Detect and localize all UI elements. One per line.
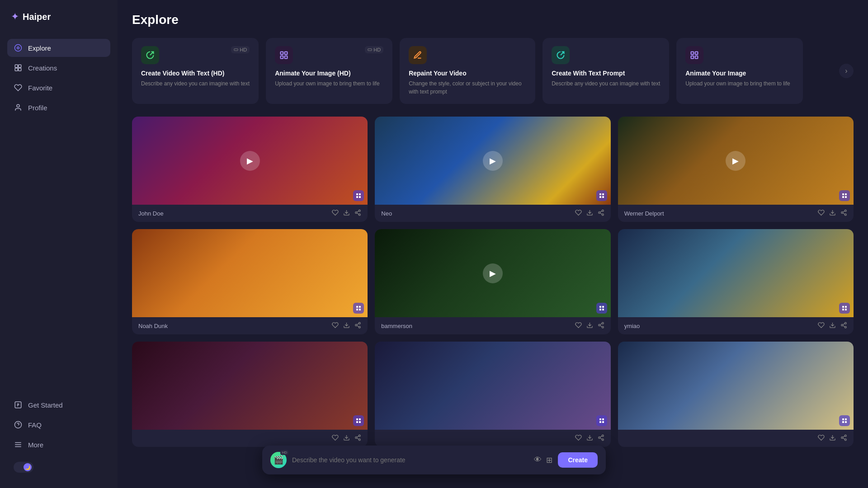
feature-card-create-video-text-hd[interactable]: HD Create Video With Text (HD) Describe …	[132, 38, 259, 104]
feature-card-animate-your-image[interactable]: Animate Your Image Upload your own image…	[676, 38, 803, 104]
share-button-v4[interactable]	[354, 322, 361, 330]
prompt-input[interactable]	[292, 456, 528, 464]
svg-rect-98	[599, 421, 601, 423]
svg-rect-48	[842, 196, 844, 198]
download-button-v1[interactable]	[343, 209, 350, 217]
sidebar-item-profile[interactable]: Profile	[7, 99, 110, 117]
settings-icon[interactable]: ⊞	[546, 455, 552, 465]
download-button-v8[interactable]	[586, 434, 593, 442]
like-button-v5[interactable]	[575, 322, 582, 330]
eye-icon[interactable]: 👁	[534, 455, 542, 465]
like-button-v1[interactable]	[332, 209, 339, 217]
svg-line-85	[843, 324, 844, 324]
svg-rect-22	[691, 52, 694, 55]
video-actions-v2	[575, 209, 604, 217]
video-card-v1[interactable]: ▶ John Doe	[132, 117, 368, 222]
video-footer-v9	[618, 430, 854, 447]
like-button-v8[interactable]	[575, 434, 582, 442]
share-button-v6[interactable]	[840, 322, 847, 330]
play-button-v5[interactable]: ▶	[483, 263, 503, 283]
grid-icon-v7	[353, 415, 364, 426]
video-card-v5[interactable]: ▶ bammerson	[375, 229, 610, 334]
sidebar-item-creations[interactable]: Creations	[7, 59, 110, 77]
share-button-v5[interactable]	[598, 322, 604, 330]
video-card-v8[interactable]	[375, 342, 610, 447]
share-button-v3[interactable]	[840, 209, 847, 217]
feature-card-repaint-video[interactable]: Repaint Your Video Change the style, col…	[400, 38, 535, 104]
svg-point-1	[17, 47, 19, 49]
sidebar-item-faq[interactable]: FAQ	[7, 416, 110, 434]
svg-rect-106	[842, 418, 844, 420]
download-button-v5[interactable]	[586, 322, 593, 330]
svg-point-31	[359, 210, 361, 211]
video-footer-v6: ymiao	[618, 317, 854, 334]
svg-rect-5	[19, 68, 21, 71]
svg-rect-36	[599, 193, 601, 195]
sidebar-item-favorite[interactable]: Favorite	[7, 79, 110, 97]
svg-line-114	[843, 438, 844, 439]
video-thumb-v3: ▶	[618, 117, 854, 205]
sidebar: ✦ Haiper Explore Creations Favorite Prof…	[0, 0, 118, 488]
like-button-v9[interactable]	[818, 434, 825, 442]
like-button-v6[interactable]	[818, 322, 825, 330]
sidebar-item-label-explore: Explore	[28, 44, 51, 52]
svg-rect-56	[356, 306, 358, 308]
share-button-v1[interactable]	[354, 209, 361, 217]
download-button-v3[interactable]	[829, 209, 836, 217]
video-actions-v4	[332, 322, 361, 330]
sidebar-item-label-get-started: Get Started	[28, 401, 63, 409]
sidebar-item-explore[interactable]: Explore	[7, 39, 110, 57]
play-button-v3[interactable]: ▶	[726, 151, 745, 171]
svg-line-104	[600, 438, 602, 439]
share-button-v2[interactable]	[598, 209, 604, 217]
download-button-v6[interactable]	[829, 322, 836, 330]
svg-rect-28	[356, 196, 358, 198]
video-card-v6[interactable]: ymiao	[618, 229, 854, 334]
share-button-v7[interactable]	[354, 434, 361, 442]
video-author-v2: Neo	[381, 210, 392, 217]
feature-cards-row: HD Create Video With Text (HD) Describe …	[132, 38, 854, 104]
share-button-v9[interactable]	[840, 434, 847, 442]
create-button[interactable]: Create	[558, 452, 598, 468]
play-button-v2[interactable]: ▶	[483, 151, 503, 171]
like-button-v4[interactable]	[332, 322, 339, 330]
grid-icon-v4	[353, 303, 364, 314]
download-button-v4[interactable]	[343, 322, 350, 330]
download-button-v2[interactable]	[586, 209, 593, 217]
feature-card-title-animate-your-image: Animate Your Image	[685, 70, 794, 77]
svg-rect-37	[602, 193, 604, 195]
svg-rect-49	[845, 196, 847, 198]
play-button-v1[interactable]: ▶	[240, 151, 260, 171]
feature-card-create-text-prompt[interactable]: Create With Text Prompt Describe any vid…	[542, 38, 669, 104]
theme-toggle[interactable]: 🌙	[14, 462, 33, 473]
video-card-v9[interactable]	[618, 342, 854, 447]
grid-icon-v1	[353, 190, 364, 201]
share-button-v8[interactable]	[598, 434, 604, 442]
download-button-v9[interactable]	[829, 434, 836, 442]
sidebar-item-get-started[interactable]: Get Started	[7, 396, 110, 414]
svg-rect-89	[359, 421, 361, 423]
svg-point-81	[844, 322, 846, 324]
svg-line-74	[600, 325, 602, 326]
svg-point-61	[359, 322, 361, 324]
svg-rect-47	[845, 193, 847, 195]
video-card-v7[interactable]	[132, 342, 368, 447]
toggle-knob: 🌙	[24, 463, 32, 471]
feature-card-desc-create-text-prompt: Describe any video you can imagine with …	[552, 80, 660, 88]
video-author-v1: John Doe	[138, 210, 164, 217]
video-card-v4[interactable]: Noah Dunk	[132, 229, 368, 334]
feature-icon-create-video-text-hd	[141, 46, 159, 64]
like-button-v3[interactable]	[818, 209, 825, 217]
video-card-v3[interactable]: ▶ Werner Delport	[618, 117, 854, 222]
video-actions-v9	[818, 434, 847, 442]
svg-rect-68	[599, 309, 601, 310]
scroll-right-button[interactable]: ›	[839, 64, 854, 78]
feature-card-animate-image-hd[interactable]: HD Animate Your Image (HD) Upload your o…	[266, 38, 392, 104]
video-card-v2[interactable]: ▶ Neo	[375, 117, 610, 222]
logo-icon: ✦	[11, 11, 19, 23]
download-button-v7[interactable]	[343, 434, 350, 442]
svg-point-111	[844, 435, 846, 436]
sidebar-item-more[interactable]: More	[7, 436, 110, 454]
like-button-v2[interactable]	[575, 209, 582, 217]
like-button-v7[interactable]	[332, 434, 339, 442]
